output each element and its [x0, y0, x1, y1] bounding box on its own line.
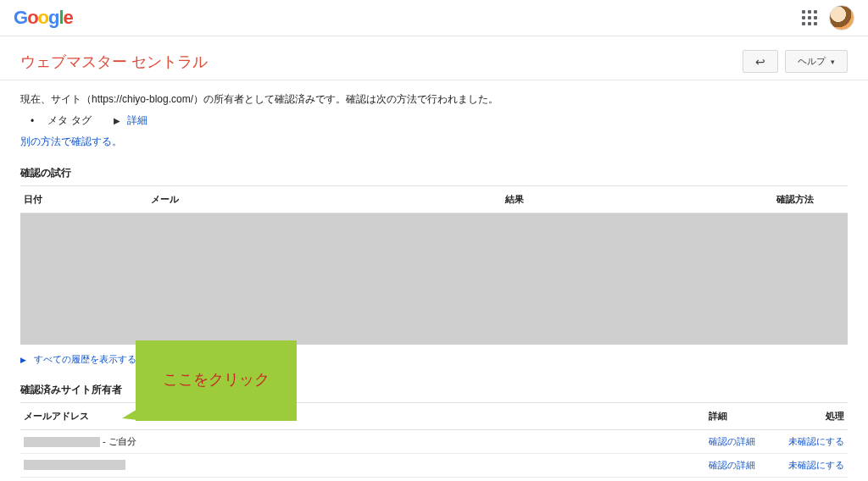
- logo-letter: o: [27, 7, 37, 28]
- annotation-callout: ここをクリック: [136, 340, 297, 421]
- attempts-table-header: 日付 メール 結果 確認方法: [20, 185, 848, 213]
- owner-unverify-link[interactable]: 未確認にする: [788, 436, 844, 446]
- page-title: ウェブマスター セントラル: [20, 52, 208, 72]
- back-arrow-icon: ↩: [755, 56, 765, 68]
- bullet-icon: [31, 115, 41, 127]
- verification-method-row: メタ タグ ▶ 詳細: [31, 113, 848, 128]
- col-detail: 詳細: [709, 410, 785, 423]
- col-result: 結果: [505, 193, 776, 206]
- col-action: 処理: [785, 410, 844, 423]
- owner-detail-link[interactable]: 確認の詳細: [709, 436, 755, 446]
- redacted-email: [24, 460, 125, 470]
- verification-method-detail-link[interactable]: 詳細: [127, 113, 147, 128]
- verification-status-text: 現在、サイト（https://chiyo-blog.com/）の所有者として確認…: [20, 92, 848, 107]
- apps-icon[interactable]: [802, 10, 817, 25]
- account-avatar[interactable]: [829, 5, 854, 30]
- attempts-title: 確認の試行: [20, 166, 848, 180]
- logo-letter: g: [48, 7, 58, 28]
- callout-text: ここをクリック: [163, 369, 270, 390]
- global-header: Google: [0, 0, 868, 36]
- logo-letter: G: [14, 7, 27, 28]
- back-button[interactable]: ↩: [743, 50, 778, 73]
- show-all-label: すべての履歴を表示する: [34, 354, 136, 364]
- col-mail: メール: [151, 193, 505, 206]
- owner-row: 確認の詳細 未確認にする: [20, 454, 848, 478]
- page-header: ウェブマスター セントラル ↩ ヘルプ ▾: [0, 36, 868, 80]
- chevron-down-icon: ▾: [831, 58, 835, 66]
- help-label: ヘルプ: [798, 55, 826, 68]
- google-logo[interactable]: Google: [14, 7, 73, 29]
- attempts-table-body-redacted: [20, 213, 848, 345]
- owner-self-suffix: - ご自分: [103, 436, 136, 446]
- owner-row: - ご自分 確認の詳細 未確認にする: [20, 430, 848, 454]
- owner-unverify-link[interactable]: 未確認にする: [788, 460, 844, 470]
- help-button[interactable]: ヘルプ ▾: [785, 50, 848, 73]
- logo-letter: o: [38, 7, 48, 28]
- owner-detail-link[interactable]: 確認の詳細: [709, 460, 755, 470]
- col-method: 確認方法: [776, 193, 844, 206]
- col-date: 日付: [24, 193, 151, 206]
- logo-letter: e: [64, 7, 73, 28]
- alternate-method-link[interactable]: 別の方法で確認する。: [20, 135, 848, 149]
- redacted-email: [24, 437, 100, 447]
- verification-method-label: メタ タグ: [47, 113, 91, 128]
- triangle-right-icon: ▶: [114, 116, 120, 125]
- main-content: 現在、サイト（https://chiyo-blog.com/）の所有者として確認…: [0, 80, 868, 481]
